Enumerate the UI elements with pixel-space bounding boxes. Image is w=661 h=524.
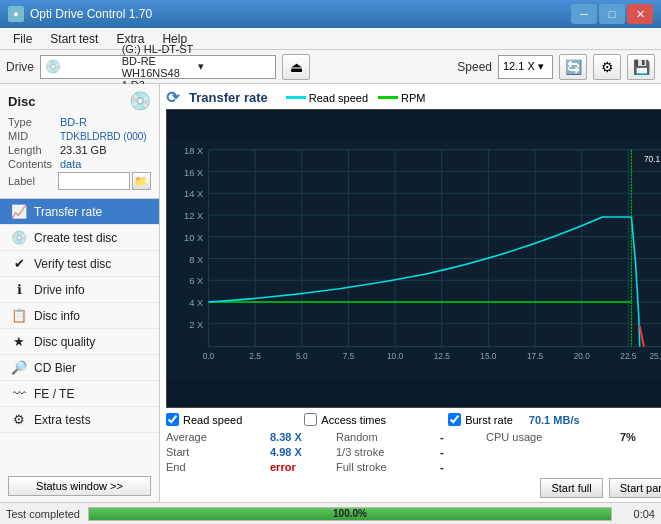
length-value: 23.31 GB	[60, 144, 106, 156]
disc-title: Disc	[8, 94, 35, 109]
svg-text:70.1 MB/s: 70.1 MB/s	[644, 154, 661, 164]
cb-access-times-label: Access times	[321, 414, 386, 426]
end-label: End	[166, 460, 266, 474]
label-browse-button[interactable]: 📁	[132, 172, 151, 190]
chart-svg: 18 X 16 X 14 X 12 X 10 X 8 X 6 X 4 X 2 X…	[167, 110, 661, 407]
nav-item-create-test-disc[interactable]: 💿Create test disc	[0, 225, 159, 251]
type-label: Type	[8, 116, 60, 128]
start-value: 4.98 X	[266, 445, 336, 459]
nav-label-create-test-disc: Create test disc	[34, 231, 117, 245]
menubar: FileStart testExtraHelp	[0, 28, 661, 50]
start-label: Start	[166, 445, 266, 459]
length-row: Length 23.31 GB	[8, 144, 151, 156]
random-label: Random	[336, 430, 436, 444]
disc-icon: 💿	[129, 90, 151, 112]
close-button[interactable]: ✕	[627, 4, 653, 24]
drive-select-arrow: ▾	[198, 60, 271, 73]
legend-rpm-color	[378, 96, 398, 99]
svg-text:14 X: 14 X	[184, 189, 204, 199]
eject-button[interactable]: ⏏	[282, 54, 310, 80]
nav-item-fe-te[interactable]: 〰FE / TE	[0, 381, 159, 407]
nav-icon-transfer-rate: 📈	[10, 204, 28, 219]
app-title: Opti Drive Control 1.70	[30, 7, 152, 21]
speed-select[interactable]: 12.1 X ▾	[498, 55, 553, 79]
chart-title: Transfer rate	[189, 90, 268, 105]
nav-item-transfer-rate[interactable]: 📈Transfer rate	[0, 199, 159, 225]
cb-read-speed-item: Read speed	[166, 413, 242, 426]
svg-text:15.0: 15.0	[480, 351, 497, 361]
titlebar-left: ● Opti Drive Control 1.70	[8, 6, 152, 22]
nav-label-verify-test-disc: Verify test disc	[34, 257, 111, 271]
nav-label-disc-info: Disc info	[34, 309, 80, 323]
svg-text:18 X: 18 X	[184, 146, 204, 156]
minimize-button[interactable]: ─	[571, 4, 597, 24]
full-stroke-value: -	[436, 460, 486, 474]
legend-rpm: RPM	[378, 92, 425, 104]
nav-icon-drive-info: ℹ	[10, 282, 28, 297]
cpu-label: CPU usage	[486, 430, 616, 444]
average-label: Average	[166, 430, 266, 444]
nav-label-fe-te: FE / TE	[34, 387, 74, 401]
contents-value: data	[60, 158, 81, 170]
contents-row: Contents data	[8, 158, 151, 170]
status-window-button[interactable]: Status window >>	[8, 476, 151, 496]
nav-icon-disc-quality: ★	[10, 334, 28, 349]
titlebar: ● Opti Drive Control 1.70 ─ □ ✕	[0, 0, 661, 28]
start-full-button[interactable]: Start full	[540, 478, 602, 498]
refresh-button[interactable]: 🔄	[559, 54, 587, 80]
svg-text:6 X: 6 X	[189, 276, 204, 286]
nav-item-verify-test-disc[interactable]: ✔Verify test disc	[0, 251, 159, 277]
progress-text: 100.0%	[89, 508, 611, 520]
label-input[interactable]	[58, 172, 130, 190]
legend-read-speed-label: Read speed	[309, 92, 368, 104]
chart-header: ⟳ Transfer rate Read speed RPM	[166, 88, 661, 107]
bottom-bar: Test completed 100.0% 0:04	[0, 502, 661, 524]
legend-rpm-label: RPM	[401, 92, 425, 104]
save-button[interactable]: 💾	[627, 54, 655, 80]
end-spacer	[486, 460, 616, 474]
svg-text:4 X: 4 X	[189, 298, 204, 308]
contents-label: Contents	[8, 158, 60, 170]
nav-item-cd-bier[interactable]: 🔎CD Bier	[0, 355, 159, 381]
svg-text:2 X: 2 X	[189, 320, 204, 330]
chart-checkboxes: Read speed Access times Burst rate 70.1 …	[166, 411, 661, 428]
svg-text:17.5: 17.5	[527, 351, 544, 361]
menu-item-file[interactable]: File	[4, 29, 41, 49]
main-layout: Disc 💿 Type BD-R MID TDKBLDRBD (000) Len…	[0, 84, 661, 502]
cb-access-times-item: Access times	[304, 413, 386, 426]
cb-access-times[interactable]	[304, 413, 317, 426]
legend-read-speed: Read speed	[286, 92, 368, 104]
mid-value: TDKBLDRBD (000)	[60, 131, 147, 142]
nav-icon-create-test-disc: 💿	[10, 230, 28, 245]
drive-select[interactable]: 💿 (G:) HL-DT-ST BD-RE WH16NS48 1.D3 ▾	[40, 55, 276, 79]
cb-read-speed[interactable]	[166, 413, 179, 426]
speed-value: 12.1 X ▾	[503, 60, 544, 73]
stroke13-value: -	[436, 445, 486, 459]
cb-burst-rate-item: Burst rate	[448, 413, 513, 426]
cb-burst-rate[interactable]	[448, 413, 461, 426]
chart-container: 18 X 16 X 14 X 12 X 10 X 8 X 6 X 4 X 2 X…	[166, 109, 661, 408]
svg-text:2.5: 2.5	[249, 351, 261, 361]
nav-item-disc-info[interactable]: 📋Disc info	[0, 303, 159, 329]
end-spacer2	[616, 460, 661, 474]
maximize-button[interactable]: □	[599, 4, 625, 24]
nav-icon-fe-te: 〰	[10, 386, 28, 401]
nav-item-drive-info[interactable]: ℹDrive info	[0, 277, 159, 303]
stroke13-label: 1/3 stroke	[336, 445, 436, 459]
start-full-spacer2	[616, 445, 661, 459]
burst-rate-value: 70.1 MB/s	[529, 414, 580, 426]
average-value: 8.38 X	[266, 430, 336, 444]
mid-row: MID TDKBLDRBD (000)	[8, 130, 151, 142]
type-value: BD-R	[60, 116, 87, 128]
settings-button[interactable]: ⚙	[593, 54, 621, 80]
toolbar: Drive 💿 (G:) HL-DT-ST BD-RE WH16NS48 1.D…	[0, 50, 661, 84]
nav-item-extra-tests[interactable]: ⚙Extra tests	[0, 407, 159, 433]
svg-text:16 X: 16 X	[184, 168, 204, 178]
nav-item-disc-quality[interactable]: ★Disc quality	[0, 329, 159, 355]
nav-icon-verify-test-disc: ✔	[10, 256, 28, 271]
start-full-spacer	[486, 445, 616, 459]
start-part-button[interactable]: Start part	[609, 478, 661, 498]
chart-area: ⟳ Transfer rate Read speed RPM	[160, 84, 661, 502]
menu-item-start-test[interactable]: Start test	[41, 29, 107, 49]
legend-read-speed-color	[286, 96, 306, 99]
